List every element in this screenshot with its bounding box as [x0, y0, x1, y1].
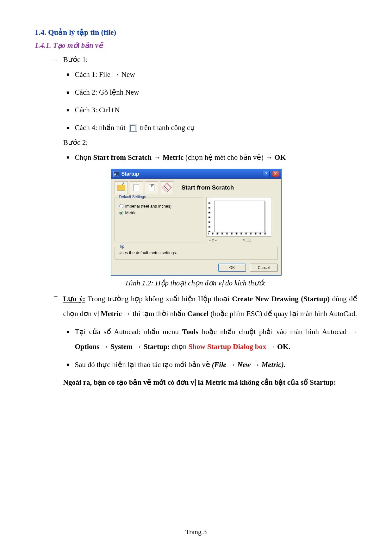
- figure-caption: Hình 1.2: Hộp thoại chọn đơn vị đo kích …: [35, 279, 357, 287]
- arrow-icon: →: [268, 342, 275, 351]
- arrow-icon: →: [252, 360, 260, 369]
- way2: Cách 2: Gõ lệnh New: [75, 85, 357, 100]
- note-sub2: Sau đó thực hiện lại thao tác tạo mới bả…: [75, 357, 357, 372]
- ok-button[interactable]: OK: [218, 264, 246, 272]
- extra-note: Ngoài ra, bạn có tạo bản vẽ mới có đơn v…: [63, 375, 358, 390]
- square-bullet: ■: [66, 124, 69, 138]
- section-heading: 1.4. Quản lý tập tin (file): [35, 28, 357, 37]
- tip-legend: Tip: [118, 244, 126, 249]
- new-file-icon: [129, 124, 137, 132]
- close-button[interactable]: X: [272, 171, 279, 177]
- arrow-icon: →: [153, 153, 161, 161]
- radio-imperial[interactable]: [119, 204, 123, 208]
- fieldset-legend: Default Settings: [118, 195, 147, 199]
- way3: Cách 3: Ctrl+N: [75, 103, 357, 117]
- arrow-icon: →: [124, 309, 131, 318]
- dialog-titlebar: A↓ Startup ? X: [111, 169, 281, 179]
- note-sub1: Tại cửa sổ Autocad: nhấn menu Tools hoặc…: [75, 324, 357, 354]
- arrow-icon: →: [112, 70, 120, 78]
- arrow-icon: →: [265, 153, 273, 161]
- preview-page-icon: [214, 201, 265, 232]
- radio-metric-label: Metric: [125, 210, 136, 215]
- dialog-heading: Start from Scratch: [182, 184, 234, 191]
- use-template-button[interactable]: [145, 181, 158, 194]
- arrow-icon: →: [228, 360, 235, 369]
- preview-controls: ⌐ x ⌐ ≡ ⎕⎕: [206, 238, 271, 242]
- square-bullet: ■: [66, 360, 69, 375]
- cancel-button[interactable]: Cancel: [250, 264, 278, 272]
- arrow-icon: →: [134, 342, 142, 351]
- subsection-heading: 1.4.1. Tạo mới bản vẽ: [35, 41, 357, 50]
- tip-fieldset: Tip Uses the default metric settings.: [115, 247, 278, 260]
- tip-text: Uses the default metric settings.: [119, 250, 274, 255]
- dash-bullet: –: [54, 55, 58, 64]
- radio-imperial-label: Imperial (feet and inches): [125, 204, 172, 209]
- dash-bullet: –: [54, 138, 58, 147]
- arrow-icon: →: [350, 327, 357, 336]
- startup-dialog: A↓ Startup ? X Start from Scratch Defaul…: [111, 169, 282, 276]
- dash-bullet: –: [54, 292, 58, 321]
- note-text: Lưu ý: Trong trường hợp không xuất hiện …: [63, 292, 358, 321]
- step2-instruction: Chọn Start from Scratch → Metric (chọn h…: [75, 150, 357, 165]
- page-number: Trang 3: [0, 528, 392, 536]
- use-wizard-button[interactable]: [160, 181, 173, 194]
- square-bullet: ■: [66, 327, 69, 357]
- help-button[interactable]: ?: [263, 171, 270, 177]
- radio-metric[interactable]: [119, 211, 123, 215]
- square-bullet: ■: [66, 70, 69, 85]
- default-settings-fieldset: Default Settings Imperial (feet and inch…: [115, 197, 203, 242]
- square-bullet: ■: [66, 88, 69, 103]
- dash-bullet: –: [54, 375, 58, 390]
- start-from-scratch-button[interactable]: [130, 181, 143, 194]
- square-bullet: ■: [66, 106, 69, 121]
- way4: Cách 4: nhấn nút trên thanh công cụ: [75, 121, 357, 135]
- preview-pane: [206, 197, 271, 237]
- square-bullet: ■: [66, 153, 69, 168]
- arrow-icon: →: [101, 342, 109, 351]
- way1: Cách 1: File → New: [75, 67, 357, 82]
- autocad-app-icon: A↓: [113, 171, 119, 177]
- dialog-title: Startup: [121, 171, 260, 177]
- step1-label: Bước 1:: [63, 55, 358, 64]
- step2-label: Bước 2:: [63, 138, 358, 147]
- open-template-button[interactable]: [115, 181, 128, 194]
